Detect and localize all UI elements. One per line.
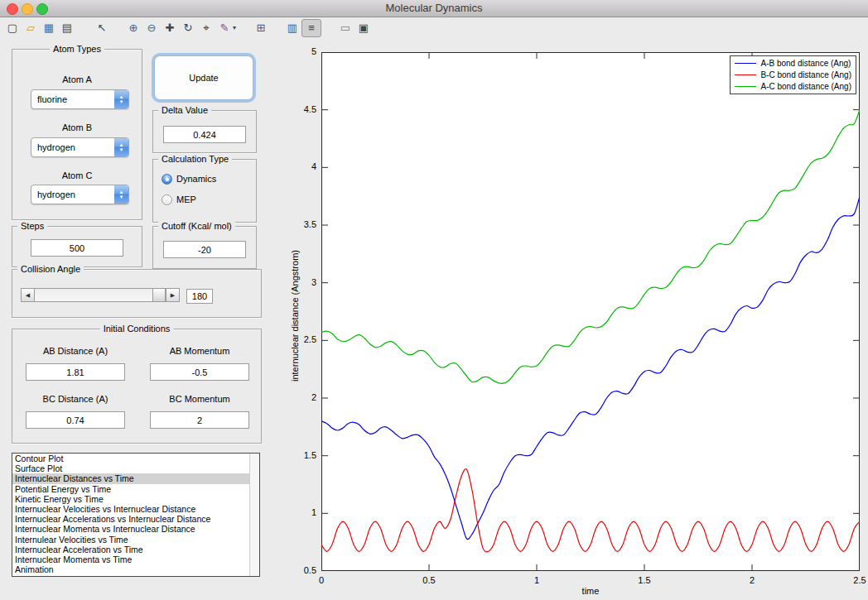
atom-b-dropdown[interactable]: hydrogen ▲▼ xyxy=(31,137,129,157)
chart-area: 00.511.522.50.511.522.533.544.55 time in… xyxy=(321,52,860,571)
collision-angle-panel: Collision Angle ◀ ▶ xyxy=(12,269,262,318)
ab-distance-label: AB Distance (A) xyxy=(17,346,133,356)
x-tick-label: 2.5 xyxy=(839,575,868,585)
bc-distance-field[interactable] xyxy=(26,411,125,429)
bc-momentum-field[interactable] xyxy=(150,411,249,429)
plot-list-item[interactable]: Animation xyxy=(12,564,259,574)
atom-c-value: hydrogen xyxy=(31,190,114,199)
pan-hand-icon[interactable]: ✚ xyxy=(161,20,179,36)
y-tick-label: 3.5 xyxy=(287,219,316,229)
ab-distance-field[interactable] xyxy=(26,363,125,381)
initial-conditions-panel: Initial Conditions AB Distance (A) AB Mo… xyxy=(12,329,262,444)
y-tick-label: 1.5 xyxy=(287,450,316,460)
zoom-out-icon[interactable]: ⊖ xyxy=(142,20,161,36)
plot-list-item[interactable]: Contour Plot xyxy=(12,454,259,463)
atom-b-value: hydrogen xyxy=(31,142,114,152)
link-plot-icon[interactable]: ⊞ xyxy=(252,20,270,36)
dropdown-stepper-icon[interactable]: ▲▼ xyxy=(114,90,128,108)
print-figure-icon[interactable]: ▤ xyxy=(58,20,76,36)
delta-value-panel: Delta Value xyxy=(152,110,257,153)
radio-dynamics[interactable]: Dynamics xyxy=(162,172,216,185)
atom-c-dropdown[interactable]: hydrogen ▲▼ xyxy=(31,185,129,204)
panel-title: Steps xyxy=(17,221,47,231)
figure-toolbar: ▢▱▦▤↖⊕⊖✚↻⌖✎▾⊞▥≡▭▣ xyxy=(0,17,868,38)
plot-type-listbox[interactable]: Contour PlotSurface PlotInternuclear Dis… xyxy=(12,453,260,577)
update-button[interactable]: Update xyxy=(154,55,253,100)
radio-selected-icon xyxy=(162,174,172,185)
slider-thumb[interactable] xyxy=(152,289,166,301)
plot-list-item[interactable]: Internulear Velocities vs Time xyxy=(12,535,259,545)
collision-angle-slider[interactable]: ◀ ▶ xyxy=(21,288,180,302)
show-plot-tools-icon[interactable]: ▣ xyxy=(354,20,373,36)
atom-a-label: Atom A xyxy=(12,74,142,84)
legend-label: A-C bond distance (Ang) xyxy=(760,82,851,91)
x-tick-label: 0 xyxy=(301,575,342,585)
atom-b-label: Atom B xyxy=(12,122,142,132)
plot-legend[interactable]: A-B bond distance (Ang)B-C bond distance… xyxy=(730,55,856,94)
open-file-icon[interactable]: ▱ xyxy=(22,20,40,36)
legend-entry: A-C bond distance (Ang) xyxy=(732,81,851,92)
radio-unselected-icon xyxy=(162,194,172,205)
insert-colorbar-icon[interactable]: ▥ xyxy=(283,20,301,36)
calculation-type-panel: Calculation Type Dynamics MEP xyxy=(152,159,257,223)
panel-title: Cutoff (Kcal/ mol) xyxy=(158,221,235,231)
plot-list-item[interactable]: Potential Energy vs Time xyxy=(12,484,259,494)
y-tick-label: 0.5 xyxy=(287,565,316,575)
plot-area[interactable] xyxy=(321,52,860,571)
radio-mep-label: MEP xyxy=(176,194,196,204)
data-cursor-icon[interactable]: ⌖ xyxy=(197,20,215,36)
zoom-in-icon[interactable]: ⊕ xyxy=(124,20,142,36)
y-tick-label: 5 xyxy=(287,46,316,56)
panel-title: Initial Conditions xyxy=(100,324,174,334)
ab-momentum-field[interactable] xyxy=(150,363,249,381)
legend-line-swatch xyxy=(735,63,756,64)
delta-value-field[interactable] xyxy=(163,126,246,143)
x-tick-label: 2 xyxy=(731,575,773,585)
window-titlebar[interactable]: Molecular Dynamics xyxy=(0,0,868,17)
atom-types-panel: Atom Types Atom A fluorine ▲▼ Atom B hyd… xyxy=(12,49,142,220)
insert-legend-icon[interactable]: ≡ xyxy=(301,19,321,37)
x-tick-label: 1.5 xyxy=(624,575,665,585)
y-tick-label: 4.5 xyxy=(287,104,316,114)
plot-list-item[interactable]: Internuclear Acceleration vs Time xyxy=(12,545,259,554)
plot-list-item[interactable]: Internuclear Momenta vs Internuclear Dis… xyxy=(12,524,259,534)
atom-a-value: fluorine xyxy=(31,94,114,104)
legend-label: B-C bond distance (Ang) xyxy=(760,70,851,79)
slider-right-arrow-icon[interactable]: ▶ xyxy=(166,289,179,301)
window-title: Molecular Dynamics xyxy=(0,2,868,14)
plot-list-item[interactable]: Internuclear Accelerations vs Internucle… xyxy=(12,514,259,524)
rotate-3d-icon[interactable]: ↻ xyxy=(179,20,197,36)
steps-field[interactable] xyxy=(31,239,123,257)
plot-list-item[interactable]: Internuclear Momenta vs Time xyxy=(12,554,259,564)
bc-distance-label: BC Distance (A) xyxy=(17,394,133,404)
cutoff-field[interactable] xyxy=(163,241,246,258)
plot-list-item[interactable]: Kinetic Energy vs Time xyxy=(12,494,259,504)
plot-list-item[interactable]: Surface Plot xyxy=(12,463,259,473)
radio-mep[interactable]: MEP xyxy=(162,193,196,206)
legend-entry: A-B bond distance (Ang) xyxy=(732,58,851,69)
plot-list-item[interactable]: Internuclear Distances vs Time xyxy=(12,473,259,483)
legend-line-swatch xyxy=(735,86,756,87)
dropdown-stepper-icon[interactable]: ▲▼ xyxy=(114,138,128,156)
new-figure-icon[interactable]: ▢ xyxy=(3,20,22,36)
dropdown-stepper-icon[interactable]: ▲▼ xyxy=(114,185,128,204)
radio-dynamics-label: Dynamics xyxy=(176,174,216,184)
save-figure-icon[interactable]: ▦ xyxy=(40,20,58,36)
plot-list-item[interactable]: Internuclear Velocities vs Internuclear … xyxy=(12,504,259,514)
cutoff-panel: Cutoff (Kcal/ mol) xyxy=(152,226,257,269)
hide-plot-tools-icon[interactable]: ▭ xyxy=(336,20,354,36)
legend-label: A-B bond distance (Ang) xyxy=(760,59,851,68)
panel-title: Collision Angle xyxy=(17,264,84,274)
edit-pointer-icon[interactable]: ↖ xyxy=(93,20,111,36)
x-axis-label: time xyxy=(321,586,860,596)
atom-a-dropdown[interactable]: fluorine ▲▼ xyxy=(31,89,129,109)
y-tick-label: 4 xyxy=(287,161,316,171)
collision-angle-field[interactable] xyxy=(186,289,213,304)
brush-dropdown-icon[interactable]: ▾ xyxy=(230,20,239,36)
y-tick-label: 1 xyxy=(287,507,316,517)
listbox-scrollbar[interactable] xyxy=(249,454,259,576)
steps-panel: Steps xyxy=(12,226,142,267)
panel-title: Calculation Type xyxy=(158,154,232,164)
bc-momentum-label: BC Momentum xyxy=(142,394,258,404)
slider-left-arrow-icon[interactable]: ◀ xyxy=(22,289,35,301)
